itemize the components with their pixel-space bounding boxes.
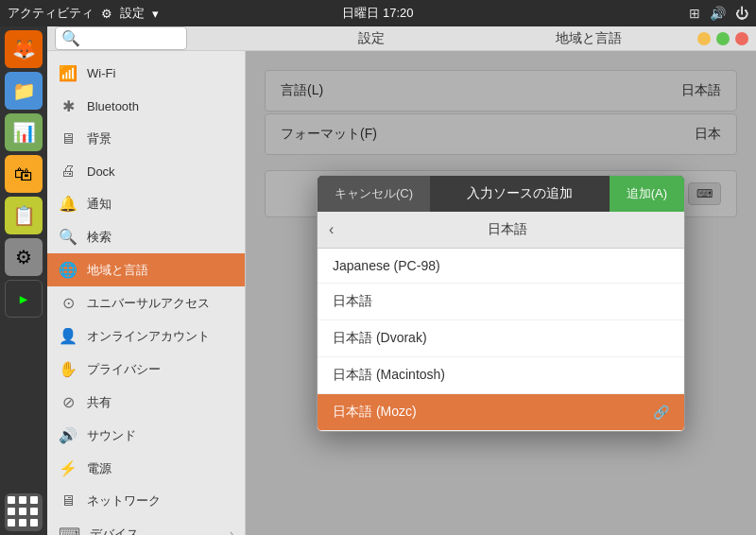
sidebar-item-network[interactable]: 🖥 ネットワーク [47,485,245,517]
sidebar-item-privacy[interactable]: ✋ プライバシー [47,353,245,386]
window-titlebar: 🔍 設定 地域と言語 [47,26,756,51]
sidebar-label-notify: 通知 [87,196,112,213]
content-area: 📶 Wi-Fi ✱ Bluetooth 🖥 背景 🖨 Dock 🔔 [47,51,756,535]
sidebar-label-region: 地域と言語 [87,262,148,279]
sidebar-label-wifi: Wi-Fi [87,66,115,80]
back-button[interactable]: ‹ [329,219,341,240]
item-label-4: 日本語 (Mozc) [333,404,417,421]
minimize-button[interactable] [697,32,711,45]
list-item[interactable]: Japanese (PC-98) [318,249,684,284]
dock-item-settings[interactable]: ⚙ [5,238,43,276]
sidebar-label-privacy: プライバシー [87,361,161,378]
sidebar-label-universal: ユニバーサルアクセス [87,295,210,312]
devices-icon: ⌨ [59,525,80,535]
dock-item-files[interactable]: 📁 [5,72,43,110]
online-icon: 👤 [59,327,77,345]
sidebar-item-sound[interactable]: 🔊 サウンド [47,419,245,452]
sidebar-label-sound: サウンド [87,427,136,444]
sidebar-label-bluetooth: Bluetooth [87,99,139,113]
add-button[interactable]: 追加(A) [610,176,684,212]
region-icon: 🌐 [59,261,77,279]
sidebar-label-background: 背景 [87,130,112,147]
item-label-1: 日本語 [333,293,372,310]
dock-icon: 🖨 [59,163,77,180]
settings-window: 🔍 設定 地域と言語 📶 Wi-Fi ✱ Bluetooth [47,26,756,535]
maximize-button[interactable] [716,32,730,45]
list-item[interactable]: 日本語 (Macintosh) [318,357,684,394]
dialog-title: 入力ソースの追加 [430,185,610,202]
item-label-0: Japanese (PC-98) [333,258,440,273]
input-source-dialog: キャンセル(C) 入力ソースの追加 追加(A) ‹ 日本語 Japan [317,175,685,432]
sidebar-item-background[interactable]: 🖥 背景 [47,123,245,155]
wifi-icon: 📶 [59,64,77,82]
topbar-clock: 日曜日 17:20 [342,5,413,22]
main-container: 🦊 📁 📊 🛍 📋 ⚙ ▶ [0,26,756,535]
list-item[interactable]: 日本語 (Dvorak) [318,320,684,357]
network-icon[interactable]: ⊞ [689,6,700,21]
dock: 🦊 📁 📊 🛍 📋 ⚙ ▶ [0,26,47,535]
settings-gear-icon: ⚙ [101,7,112,21]
sidebar-item-bluetooth[interactable]: ✱ Bluetooth [47,90,245,123]
item-link-icon: 🔗 [653,405,669,420]
activity-label[interactable]: アクティビティ [8,5,94,22]
item-label-3: 日本語 (Macintosh) [333,367,445,384]
settings-dropdown-icon[interactable]: ▾ [152,7,159,21]
network-sidebar-icon: 🖥 [59,492,77,509]
notify-icon: 🔔 [59,195,77,213]
list-item-selected[interactable]: 日本語 (Mozc) 🔗 [318,394,684,431]
power-icon[interactable]: ⏻ [735,6,748,21]
sidebar-item-share[interactable]: ⊘ 共有 [47,386,245,419]
sidebar-item-region[interactable]: 🌐 地域と言語 [47,253,245,286]
dialog-search-row: ‹ 日本語 [318,212,684,249]
search-box[interactable]: 🔍 [55,26,187,50]
dialog-header: キャンセル(C) 入力ソースの追加 追加(A) [318,176,684,212]
sound-icon: 🔊 [59,426,77,444]
devices-arrow: › [230,527,233,536]
settings-label[interactable]: 設定 [120,5,145,22]
background-icon: 🖥 [59,130,77,147]
sidebar-label-online: オンラインアカウント [87,328,210,345]
sidebar-item-devices[interactable]: ⌨ デバイス › [47,517,245,535]
window-subtitle: 地域と言語 [556,30,697,47]
search-sidebar-icon: 🔍 [59,228,77,246]
window-title: 設定 [187,30,556,47]
dock-item-apps[interactable] [5,493,43,531]
sidebar-item-wifi[interactable]: 📶 Wi-Fi [47,57,245,90]
sidebar-item-notify[interactable]: 🔔 通知 [47,187,245,220]
dock-item-software[interactable]: 🛍 [5,155,43,193]
topbar-right: ⊞ 🔊 ⏻ [689,6,748,21]
dock-item-terminal[interactable]: ▶ [5,280,43,318]
sidebar-label-power: 電源 [87,460,112,477]
dialog-search-label: 日本語 [341,221,673,238]
search-icon: 🔍 [61,29,80,47]
privacy-icon: ✋ [59,360,77,378]
sidebar-label-search: 検索 [87,229,112,246]
sidebar: 📶 Wi-Fi ✱ Bluetooth 🖥 背景 🖨 Dock 🔔 [47,51,246,535]
sidebar-label-share: 共有 [87,394,112,411]
bluetooth-icon: ✱ [59,97,77,115]
cancel-button[interactable]: キャンセル(C) [318,176,430,212]
apps-grid [5,493,43,531]
item-label-2: 日本語 (Dvorak) [333,330,427,347]
dock-item-firefox[interactable]: 🦊 [5,30,43,68]
sidebar-item-search[interactable]: 🔍 検索 [47,220,245,253]
power-sidebar-icon: ⚡ [59,459,77,477]
search-input[interactable] [84,31,179,45]
sidebar-item-power[interactable]: ⚡ 電源 [47,452,245,485]
dock-item-calc[interactable]: 📊 [5,113,43,151]
close-button[interactable] [735,32,748,45]
volume-icon[interactable]: 🔊 [710,6,726,21]
dialog-overlay: キャンセル(C) 入力ソースの追加 追加(A) ‹ 日本語 Japan [246,51,756,535]
sidebar-item-online[interactable]: 👤 オンラインアカウント [47,319,245,353]
share-icon: ⊘ [59,393,77,411]
sidebar-item-dock[interactable]: 🖨 Dock [47,155,245,187]
topbar-left: アクティビティ ⚙ 設定 ▾ [8,5,159,22]
topbar: アクティビティ ⚙ 設定 ▾ 日曜日 17:20 ⊞ 🔊 ⏻ [0,0,756,26]
sidebar-label-dock: Dock [87,164,115,179]
window-controls [697,32,748,45]
sidebar-label-devices: デバイス [90,526,139,536]
sidebar-label-network: ネットワーク [87,492,161,509]
dock-item-todo[interactable]: 📋 [5,197,43,234]
sidebar-item-universal[interactable]: ⊙ ユニバーサルアクセス [47,286,245,319]
list-item[interactable]: 日本語 [318,284,684,320]
